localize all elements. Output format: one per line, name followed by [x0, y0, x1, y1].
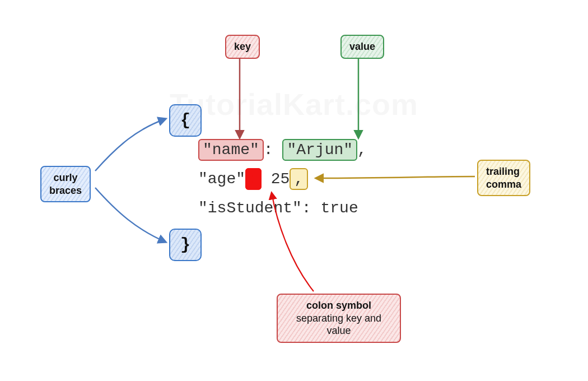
code-value-3: true — [320, 199, 358, 217]
code-line-1: "name": "Arjun", — [198, 141, 367, 159]
label-key: key — [225, 35, 260, 59]
label-colon-symbol: colon symbol separating key and value — [277, 294, 401, 343]
code-key-2: "age" — [198, 170, 245, 188]
code-trail-1: , — [357, 141, 367, 159]
watermark-text: TutorialKart.com — [170, 87, 418, 122]
code-colon-highlight: : — [245, 168, 262, 190]
label-trailing-comma: trailing comma — [477, 160, 530, 196]
code-key-highlight: "name" — [198, 139, 264, 161]
label-colon-title: colon symbol — [306, 300, 371, 311]
code-colon-3: : — [302, 199, 311, 217]
code-line-3: "isStudent": true — [198, 199, 358, 217]
code-line-2: "age": 25, — [198, 170, 308, 188]
code-trail-highlight: , — [290, 168, 308, 190]
code-value-highlight: "Arjun" — [282, 139, 357, 161]
close-brace-box: } — [169, 229, 202, 261]
code-key-3: "isStudent" — [198, 199, 302, 217]
code-colon-1: : — [264, 141, 273, 159]
open-brace-box: { — [169, 104, 202, 137]
label-curly-braces: curly braces — [40, 166, 91, 202]
label-colon-sub: separating key and value — [296, 313, 381, 337]
label-value: value — [340, 35, 384, 59]
code-value-2: 25 — [271, 170, 290, 188]
